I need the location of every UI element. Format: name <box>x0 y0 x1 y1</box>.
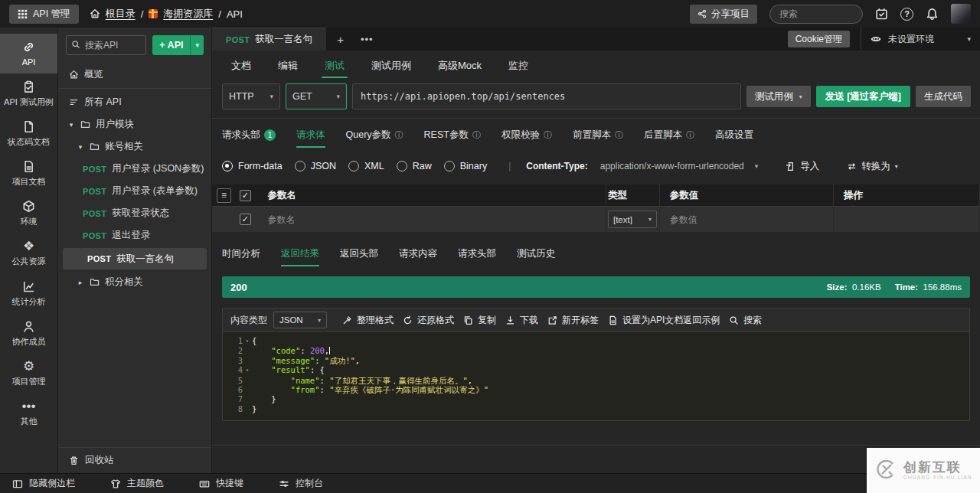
help-icon[interactable]: ? <box>900 8 913 21</box>
caret-icon[interactable]: ▾ <box>77 143 84 151</box>
copy-button[interactable]: 复制 <box>463 314 496 327</box>
console-button[interactable]: 控制台 <box>279 477 323 490</box>
download-button[interactable]: 下载 <box>505 314 538 327</box>
doc-tab-title: 获取一言名句 <box>255 33 312 46</box>
tree-overview[interactable]: 概览 <box>58 64 211 86</box>
rail-item-public-resources[interactable]: ❖公共资源 <box>0 233 57 273</box>
changelog-icon[interactable] <box>875 8 888 21</box>
send-button[interactable]: 发送 [通过客户端] <box>816 86 910 107</box>
test-case-button[interactable]: 测试用例 ▾ <box>746 86 811 107</box>
caret-icon[interactable]: ▸ <box>77 279 84 286</box>
resp-tab-返回头部[interactable]: 返回头部 <box>340 247 378 265</box>
format-pretty-button[interactable]: 整理格式 <box>342 314 394 327</box>
cookie-manage-button[interactable]: Cookie管理 <box>788 31 850 47</box>
body-type-JSON[interactable]: JSON <box>295 161 336 171</box>
api-manage-button[interactable]: API 管理 <box>9 5 79 24</box>
rail-item-project-doc[interactable]: 项目文档 <box>0 153 57 193</box>
tree-api-sentence[interactable]: POST获取一言名句 <box>63 248 207 269</box>
search-button[interactable]: 搜索 <box>729 314 762 327</box>
body-type-Raw[interactable]: Raw <box>397 161 432 171</box>
tree-api-login-status[interactable]: POST获取登录状态 <box>58 202 211 224</box>
tree-folder-points[interactable]: ▸积分相关 <box>58 271 211 293</box>
body-type-XML[interactable]: XML <box>348 161 384 171</box>
tab-more-button[interactable]: ••• <box>354 28 380 51</box>
content-type-value[interactable]: application/x-www-form-urlencoded <box>600 161 744 171</box>
rail-item-environment[interactable]: 环境 <box>0 193 57 233</box>
param-value-input[interactable] <box>670 214 825 225</box>
resp-tab-返回结果[interactable]: 返回结果 <box>281 247 319 265</box>
open-doc-tab[interactable]: POST 获取一言名句 <box>212 28 326 51</box>
param-name-input[interactable] <box>268 214 589 225</box>
share-project-button[interactable]: 分享项目 <box>690 5 757 24</box>
fold-icon[interactable]: ▾ <box>243 365 252 375</box>
caret-icon[interactable]: ▾ <box>67 121 75 129</box>
tree-api-login-json[interactable]: POST用户登录 (JSON参数) <box>58 158 211 180</box>
tab-测试用例[interactable]: 测试用例 <box>370 52 413 80</box>
hide-sidebar-button[interactable]: 隐藏侧边栏 <box>12 477 75 490</box>
new-tab-button[interactable]: 新开标签 <box>547 314 599 327</box>
resp-tab-请求头部[interactable]: 请求头部 <box>458 247 496 265</box>
req-tab-REST参数[interactable]: REST参数ⓘ <box>424 129 481 146</box>
theme-color-button[interactable]: 主题颜色 <box>110 477 164 490</box>
rail-item-members[interactable]: 协作成员 <box>0 313 57 353</box>
tree-folder-account[interactable]: ▾账号相关 <box>58 135 211 158</box>
rail-item-statistics[interactable]: 统计分析 <box>0 273 57 313</box>
breadcrumb-root[interactable]: 根目录 <box>106 7 136 21</box>
rail-item-api[interactable]: API <box>0 34 57 73</box>
param-type-select[interactable]: [text] ▾ <box>608 211 657 228</box>
share-project-label: 分享项目 <box>711 8 750 21</box>
select-all-checkbox[interactable]: ✓ <box>240 190 251 201</box>
req-tab-请求体[interactable]: 请求体 <box>296 129 325 146</box>
req-tab-前置脚本[interactable]: 前置脚本ⓘ <box>573 129 623 146</box>
fold-icon[interactable]: ▾ <box>243 336 252 346</box>
tab-文档[interactable]: 文档 <box>230 52 253 80</box>
url-input[interactable] <box>352 83 741 109</box>
set-doc-example-button[interactable]: 设置为API文档返回示例 <box>608 314 720 327</box>
row-menu-icon[interactable]: ≡ <box>217 188 231 203</box>
tab-高级Mock[interactable]: 高级Mock <box>436 52 483 80</box>
import-button[interactable]: 导入 <box>786 160 819 173</box>
response-status-bar: 200 Size: 0.16KB Time: 156.88ms <box>222 276 970 298</box>
response-format-select[interactable]: JSON ▾ <box>273 312 327 328</box>
rail-item-other[interactable]: •••其他 <box>0 393 57 433</box>
rail-item-api-test-cases[interactable]: API 测试用例 <box>0 73 57 113</box>
tree-all-api[interactable]: 所有 API <box>58 91 211 113</box>
new-tab-button[interactable]: + <box>326 28 354 51</box>
notification-bell-icon[interactable] <box>926 8 939 21</box>
breadcrumb-project[interactable]: 海拥资源库 <box>163 7 213 21</box>
tree-api-login-form[interactable]: POST用户登录 (表单参数) <box>58 180 211 202</box>
tab-监控[interactable]: 监控 <box>507 52 530 80</box>
method-select[interactable]: GET ▾ <box>286 83 347 109</box>
req-tab-后置脚本[interactable]: 后置脚本ⓘ <box>644 129 694 146</box>
add-api-button[interactable]: + API ▾ <box>152 35 204 55</box>
req-tab-请求头部[interactable]: 请求头部1 <box>222 129 276 146</box>
rail-item-project-admin[interactable]: ⚙项目管理 <box>0 353 57 393</box>
resp-tab-时间分析[interactable]: 时间分析 <box>222 247 260 265</box>
req-tab-高级设置[interactable]: 高级设置 <box>715 129 753 146</box>
environment-selector[interactable]: 未设置环境 ▾ <box>861 28 980 51</box>
line-number: 7 <box>223 394 243 403</box>
global-search-input[interactable] <box>769 5 863 24</box>
req-tab-Query参数[interactable]: Query参数ⓘ <box>346 129 403 146</box>
shortcuts-button[interactable]: 快捷键 <box>199 477 243 490</box>
resp-tab-测试历史[interactable]: 测试历史 <box>517 247 555 265</box>
codegen-button[interactable]: 生成代码 <box>916 86 971 107</box>
rail-item-status-code-doc[interactable]: 状态码文档 <box>0 113 57 153</box>
convert-button[interactable]: 转换为 ▾ <box>847 160 898 173</box>
format-raw-button[interactable]: 还原格式 <box>403 314 454 327</box>
resp-tab-请求内容[interactable]: 请求内容 <box>399 247 437 265</box>
tree-api-logout[interactable]: POST退出登录 <box>58 224 211 246</box>
recycle-bin[interactable]: 回收站 <box>58 447 211 473</box>
body-type-Form-data[interactable]: Form-data <box>222 161 283 171</box>
row-checkbox[interactable]: ✓ <box>240 214 251 225</box>
tab-测试[interactable]: 测试 <box>323 52 346 80</box>
protocol-select[interactable]: HTTP ▾ <box>222 83 280 109</box>
tree-folder-user-module[interactable]: ▾用户模块 <box>58 113 211 135</box>
body-type-Binary[interactable]: Binary <box>444 161 487 171</box>
response-body-editor[interactable]: 1▾{2 "code": 200,3 "message": "成功!",4▾ "… <box>223 332 969 420</box>
chevron-down-icon[interactable]: ▾ <box>190 35 204 55</box>
code-line: 4▾ "result": { <box>223 365 969 375</box>
req-tab-权限校验[interactable]: 权限校验ⓘ <box>501 129 552 146</box>
tab-编辑[interactable]: 编辑 <box>276 52 299 80</box>
user-avatar[interactable] <box>951 4 971 24</box>
